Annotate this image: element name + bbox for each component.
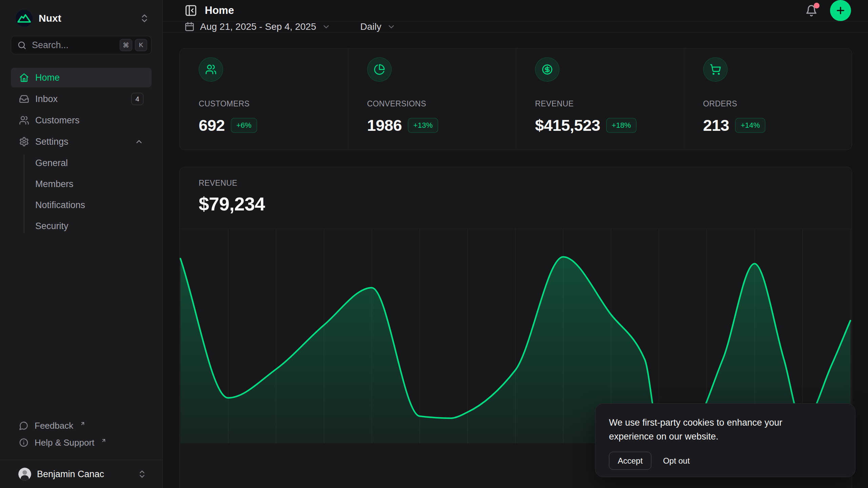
add-button[interactable]: [830, 0, 851, 21]
sidebar-item-home[interactable]: Home: [11, 68, 152, 87]
page-title: Home: [205, 4, 234, 17]
sidebar: Nuxt Search... ⌘ K Home: [0, 0, 163, 488]
info-icon: [19, 438, 28, 447]
stat-label: CUSTOMERS: [199, 99, 329, 108]
filters-toolbar: Aug 21, 2025 - Sep 4, 2025 Daily: [163, 21, 868, 33]
kbd-k: K: [135, 39, 147, 51]
home-icon: [19, 73, 29, 83]
search-placeholder: Search...: [32, 40, 120, 50]
chevron-down-icon: [387, 22, 396, 31]
notifications-button[interactable]: [805, 4, 818, 17]
sidebar-item-label: Customers: [35, 115, 80, 126]
cookie-message: We use first-party cookies to enhance yo…: [609, 416, 809, 444]
help-support-link[interactable]: Help & Support: [11, 434, 152, 451]
stat-delta-badge: +18%: [606, 118, 636, 133]
accept-cookies-button[interactable]: Accept: [609, 452, 651, 470]
sidebar-item-settings[interactable]: Settings: [11, 132, 152, 151]
sidebar-nav: Home Inbox 4 Customers Settings: [11, 68, 152, 237]
external-link-icon: [101, 435, 106, 446]
stat-value: 692: [199, 116, 225, 135]
stat-orders[interactable]: ORDERS 213 +14%: [684, 48, 852, 150]
calendar-icon: [184, 22, 195, 32]
sidebar-item-notifications[interactable]: Notifications: [11, 195, 152, 215]
dollar-circle-icon: [535, 57, 559, 82]
feedback-label: Feedback: [35, 421, 73, 431]
feedback-link[interactable]: Feedback: [11, 417, 152, 434]
chevron-down-icon: [322, 22, 331, 31]
avatar: [18, 468, 31, 481]
gear-icon: [19, 137, 29, 147]
date-range-value: Aug 21, 2025 - Sep 4, 2025: [200, 21, 316, 32]
shopping-cart-icon: [703, 57, 728, 82]
brand-name: Nuxt: [39, 13, 61, 24]
collapse-sidebar-button[interactable]: [184, 4, 197, 17]
user-menu[interactable]: Benjamin Canac: [11, 468, 152, 481]
stat-label: REVENUE: [535, 99, 665, 108]
workspace-switcher[interactable]: Nuxt: [11, 9, 152, 28]
stat-revenue[interactable]: REVENUE $415,523 +18%: [516, 48, 684, 150]
sidebar-item-customers[interactable]: Customers: [11, 110, 152, 130]
help-support-label: Help & Support: [35, 438, 94, 448]
nuxt-logo-icon: [16, 10, 33, 27]
granularity-value: Daily: [360, 21, 381, 32]
stat-delta-badge: +6%: [231, 118, 257, 133]
search-icon: [17, 41, 26, 50]
sidebar-item-label: Inbox: [35, 94, 58, 104]
search-input[interactable]: Search... ⌘ K: [11, 36, 152, 54]
external-link-icon: [80, 418, 85, 429]
pie-chart-icon: [367, 57, 392, 82]
users-icon: [19, 115, 29, 125]
sidebar-item-members[interactable]: Members: [11, 174, 152, 194]
stat-customers[interactable]: CUSTOMERS 692 +6%: [180, 48, 348, 150]
opt-out-button[interactable]: Opt out: [663, 456, 690, 466]
revenue-label: REVENUE: [199, 179, 833, 188]
sidebar-item-inbox[interactable]: Inbox 4: [11, 89, 152, 109]
stat-value: 1986: [367, 116, 402, 135]
revenue-chart-header: REVENUE $79,234: [180, 167, 852, 229]
stat-value: $415,523: [535, 116, 600, 135]
inbox-count-badge: 4: [131, 93, 143, 105]
revenue-value: $79,234: [199, 193, 833, 215]
date-range-picker[interactable]: Aug 21, 2025 - Sep 4, 2025: [184, 21, 331, 32]
stats-card: CUSTOMERS 692 +6% CONVERSIONS 1986 +13%: [179, 48, 852, 150]
message-circle-icon: [19, 421, 28, 430]
sidebar-item-label: Settings: [35, 137, 68, 147]
settings-subnav: General Members Notifications Security: [11, 153, 152, 236]
user-name: Benjamin Canac: [37, 469, 104, 480]
stat-label: ORDERS: [703, 99, 833, 108]
stat-value: 213: [703, 116, 729, 135]
chevrons-up-down-icon[interactable]: [139, 13, 150, 23]
sidebar-item-general[interactable]: General: [11, 153, 152, 173]
granularity-select[interactable]: Daily: [360, 21, 396, 32]
stat-delta-badge: +14%: [735, 118, 765, 133]
sidebar-item-security[interactable]: Security: [11, 216, 152, 236]
chevron-up-icon[interactable]: [135, 137, 143, 146]
search-shortcut: ⌘ K: [120, 39, 147, 51]
chevrons-up-down-icon: [137, 469, 147, 479]
stat-conversions[interactable]: CONVERSIONS 1986 +13%: [348, 48, 516, 150]
notification-dot: [814, 3, 820, 8]
sidebar-footer: Feedback Help & Support: [11, 417, 152, 460]
stat-label: CONVERSIONS: [367, 99, 497, 108]
kbd-cmd: ⌘: [120, 39, 132, 51]
sidebar-item-label: Home: [35, 73, 60, 83]
page-header: Home: [163, 0, 868, 21]
plus-icon: [835, 5, 846, 16]
inbox-icon: [19, 94, 29, 104]
cookie-banner: We use first-party cookies to enhance yo…: [595, 403, 855, 477]
users-icon: [199, 57, 223, 82]
user-strip: Benjamin Canac: [0, 460, 162, 488]
stat-delta-badge: +13%: [408, 118, 438, 133]
